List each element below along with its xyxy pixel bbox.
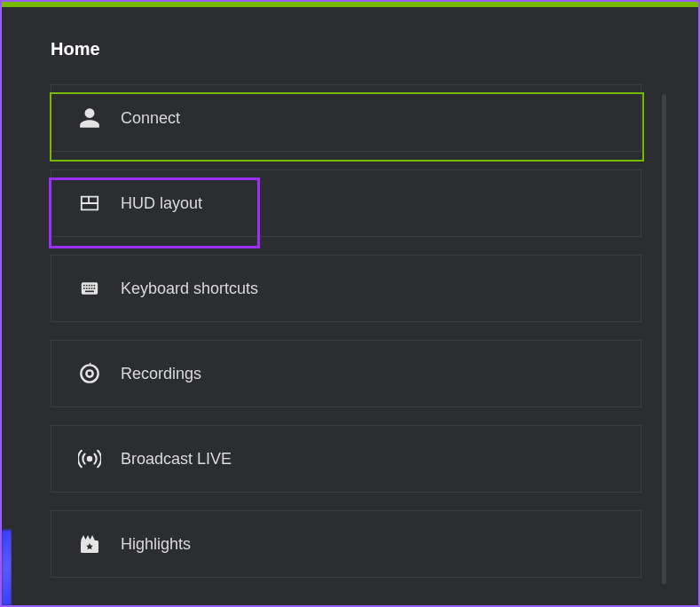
svg-rect-8 bbox=[89, 288, 90, 289]
page-title: Home bbox=[51, 39, 659, 59]
menu-item-highlights[interactable]: Highlights bbox=[51, 510, 641, 578]
left-edge-decoration bbox=[2, 530, 12, 605]
menu-item-keyboard-shortcuts[interactable]: Keyboard shortcuts bbox=[51, 255, 641, 322]
layout-icon bbox=[76, 190, 103, 217]
svg-rect-9 bbox=[91, 288, 93, 289]
svg-point-13 bbox=[88, 372, 92, 376]
svg-rect-10 bbox=[94, 288, 96, 289]
menu-list: Connect HUD layout bbox=[51, 84, 641, 578]
menu-item-broadcast-live[interactable]: Broadcast LIVE bbox=[51, 425, 641, 493]
menu-item-hud-layout[interactable]: HUD layout bbox=[51, 169, 641, 237]
menu-item-recordings[interactable]: Recordings bbox=[51, 340, 641, 407]
svg-rect-7 bbox=[86, 288, 88, 289]
svg-rect-4 bbox=[91, 285, 93, 287]
keyboard-icon bbox=[76, 275, 103, 302]
svg-rect-11 bbox=[85, 291, 94, 293]
svg-point-14 bbox=[87, 456, 93, 462]
scrollbar[interactable] bbox=[662, 94, 666, 584]
settings-panel: Home Connect HUD layout bbox=[12, 7, 698, 605]
menu-item-label: HUD layout bbox=[121, 194, 202, 213]
menu-item-label: Connect bbox=[121, 109, 180, 128]
svg-rect-1 bbox=[83, 285, 85, 287]
svg-rect-5 bbox=[94, 285, 96, 287]
menu-item-connect[interactable]: Connect bbox=[51, 84, 641, 152]
svg-rect-2 bbox=[86, 285, 88, 287]
svg-rect-6 bbox=[83, 288, 85, 289]
menu-item-label: Highlights bbox=[121, 535, 191, 554]
menu-item-label: Keyboard shortcuts bbox=[121, 280, 258, 298]
menu-item-label: Recordings bbox=[121, 365, 201, 383]
svg-rect-3 bbox=[89, 285, 90, 287]
clapper-icon bbox=[76, 531, 103, 557]
record-icon bbox=[76, 360, 103, 387]
menu-item-label: Broadcast LIVE bbox=[121, 450, 232, 469]
person-icon bbox=[76, 105, 103, 131]
broadcast-icon bbox=[76, 445, 103, 472]
